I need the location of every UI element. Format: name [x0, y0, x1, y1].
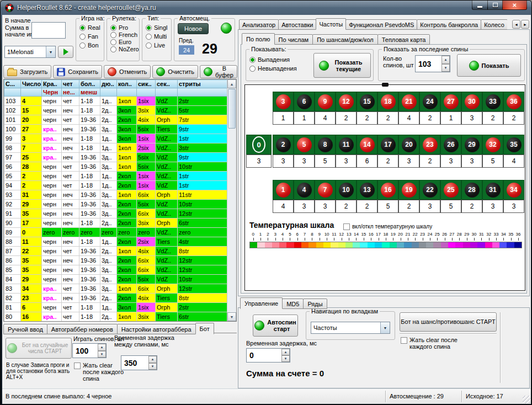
table-row[interactable]: 993кра..неч1-181д..3кол1sixVdZ..1str [4, 134, 227, 143]
table-row[interactable]: 10027кра..неч19-363д..3кол5sixTiers9str [4, 125, 227, 134]
radio-option[interactable]: Multi [146, 33, 170, 40]
chance-bot-button[interactable]: Бот на шанс/противошанс СТАРТ [400, 312, 497, 332]
table-row[interactable]: 10215черннеч1-182д..3кол3sixVdZ..5str [4, 106, 227, 115]
show-button[interactable]: Показать [457, 54, 521, 77]
delay-spinner[interactable]: 0 ▲▼ [246, 348, 290, 363]
table-row[interactable]: 8635черннеч19-363д..2кол6sixVdZ..12str [4, 256, 227, 265]
play-button[interactable] [58, 46, 73, 58]
scrollbar-thumb[interactable] [228, 89, 236, 129]
tab[interactable]: Управление [240, 297, 283, 309]
scroll-up-icon[interactable]: ▲ [227, 79, 236, 88]
spin-down-icon[interactable]: ▼ [281, 355, 290, 362]
spin-down-icon[interactable]: ▼ [441, 64, 450, 72]
column-header[interactable]: С... [4, 80, 21, 88]
tab[interactable]: Функционал PsevdoMS [345, 19, 417, 30]
spin-delay-spinner[interactable]: 350 ▲▼ [121, 355, 157, 370]
table-row[interactable]: 1034чернчет1-181д..1кол1sixVdZ2str [4, 97, 227, 106]
radio-option[interactable]: Live [146, 42, 170, 49]
column-header[interactable]: бол.. [79, 80, 100, 88]
spin-down-icon[interactable]: ▼ [98, 351, 106, 358]
close-button[interactable]: ✕ [502, 1, 527, 10]
radio-option[interactable]: Singl [146, 24, 170, 31]
scroll-down-icon[interactable]: ▼ [227, 312, 236, 321]
buffer-button[interactable]: В буфер [200, 65, 237, 78]
autospin-start-button[interactable]: Автоспин старт [253, 315, 298, 337]
tab-scroll-right-button[interactable]: ► [521, 20, 529, 29]
table-row[interactable]: 9725кра..неч19-363д..1кол5sixVdZ9str [4, 153, 227, 162]
spin-up-icon[interactable]: ▲ [281, 349, 290, 355]
table-row[interactable]: 10120чернчет19-362д..2кол4sixOrph7str [4, 115, 227, 125]
table-row[interactable]: 816чернчет1-181д..3кол1sixOrph2str [4, 303, 227, 312]
table-row[interactable]: 9135черннеч19-363д..2кол6sixVdZ..12str [4, 209, 227, 219]
tab[interactable]: Ряды [303, 299, 327, 309]
radio-option[interactable]: Euro [110, 39, 138, 45]
start-sum-input[interactable] [31, 22, 66, 39]
maximize-button[interactable] [487, 1, 503, 10]
tab[interactable]: Колесо [481, 19, 507, 30]
tab[interactable]: Бот [195, 323, 214, 334]
chevron-down-icon[interactable]: ▼ [46, 46, 55, 57]
tab[interactable]: Настройки автограббера [117, 324, 196, 334]
load-button[interactable]: Загрузить [3, 65, 51, 78]
temperature-scale-checkbox[interactable]: вкл/откл температурную шкалу [343, 223, 432, 230]
minimize-button[interactable] [472, 1, 488, 10]
tab[interactable]: Контроль банкролла [417, 19, 481, 30]
spin-up-icon[interactable]: ▲ [441, 56, 450, 64]
clear-after-spin-checkbox[interactable]: Жать clear после каждого спина [74, 362, 126, 382]
table-row[interactable]: 8429черннеч19-363д..2кол5sixVdZ10str [4, 275, 227, 284]
table-row[interactable]: 942чернчет1-181д..2кол1sixVdZ1str [4, 181, 227, 190]
column-header[interactable]: чет [62, 80, 79, 88]
cancel-button[interactable]: Отменить [104, 65, 151, 78]
table-scrollbar[interactable]: ▲ ▼ [227, 79, 236, 321]
table-row[interactable]: 8223кра..неч19-362д..2кол4sixTiers8str [4, 294, 227, 303]
column-header[interactable]: сек.. [156, 80, 178, 88]
radio-option[interactable]: Bon [79, 42, 103, 49]
column-header[interactable]: кол.. [117, 80, 137, 88]
radio-option[interactable]: Pro [110, 24, 138, 31]
column-header[interactable]: Число [21, 80, 42, 88]
table-row[interactable]: 9331черннеч19-363д..1кол6sixOrph11str [4, 190, 227, 200]
new-shift-button[interactable]: Новое [178, 23, 209, 34]
tab-scroll-left-button[interactable]: ◄ [512, 20, 520, 29]
save-button[interactable]: Сохранить [53, 65, 102, 78]
radio-option[interactable]: NoZero [110, 46, 138, 52]
table-row[interactable]: 8016кра..чет1-182д..1кол3sixTiers6str [4, 312, 227, 322]
column-header[interactable]: стриты [178, 80, 227, 88]
spin-up-icon[interactable]: ▲ [148, 356, 157, 363]
spin-up-icon[interactable]: ▲ [98, 344, 106, 351]
preset-combo[interactable]: 1Melonati ▼ [4, 46, 56, 58]
tab-navigation-combo[interactable]: Частоты ▼ [311, 322, 390, 334]
radio-option[interactable]: Fan [79, 33, 103, 40]
random-bot-button[interactable]: Бот на случайные числа СТАРТ [6, 338, 72, 359]
tab[interactable]: Тепловая карта [377, 34, 430, 45]
tab[interactable]: По шансам/дюж/кол [312, 34, 378, 45]
tab[interactable]: Автограббер номеров [47, 324, 118, 334]
table-row[interactable]: 9017черннеч1-182д..2кол3sixOrph6str [4, 219, 227, 228]
tab[interactable]: Автоставки [278, 19, 316, 30]
clear-button[interactable]: Очистить [152, 65, 198, 78]
tab[interactable]: По полю [242, 33, 275, 45]
tab[interactable]: По числам [274, 34, 313, 45]
clear-after-spin-checkbox-2[interactable]: Жать clear после каждого спина [401, 337, 461, 350]
table-row[interactable]: 890zerozerozerozerozerozeroVdZ..zero [4, 228, 227, 237]
chevron-down-icon[interactable]: ▼ [380, 322, 390, 333]
show-current-button[interactable]: Показать текущие [313, 53, 371, 78]
tab[interactable]: Анализатор [239, 19, 279, 30]
radio-option[interactable]: French [110, 31, 138, 38]
spin-down-icon[interactable]: ▼ [148, 363, 157, 370]
column-header[interactable]: дю.. [100, 80, 117, 88]
tab[interactable]: Ручной ввод [3, 324, 47, 334]
tab[interactable]: MD5 [282, 299, 304, 309]
radio-option[interactable]: Real [79, 24, 103, 31]
table-row[interactable]: 8334кра..чет19-363д..1кол6sixOrph12str [4, 284, 227, 294]
table-row[interactable]: 987кра..неч1-181д..1кол2sixVdZ..3str [4, 143, 227, 153]
tab[interactable]: Частоты [316, 18, 346, 30]
column-header[interactable]: сик.. [137, 80, 156, 88]
table-row[interactable]: 9628чернчет19-363д..1кол5sixVdZ..10str [4, 162, 227, 172]
table-row[interactable]: 8535черннеч19-363д..2кол6sixVdZ..12str [4, 265, 227, 275]
resize-grip[interactable] [523, 396, 530, 403]
spins-window-spinner[interactable]: 103 ▲▼ [415, 55, 450, 72]
table-row[interactable]: 9229черннеч19-363д..2кол5sixVdZ10str [4, 200, 227, 209]
table-row[interactable]: 952чернчет1-181д..2кол1sixVdZ..1str [4, 172, 227, 181]
table-row[interactable]: 8722чернчет19-362д..1кол4sixVdZ..8str [4, 247, 227, 256]
